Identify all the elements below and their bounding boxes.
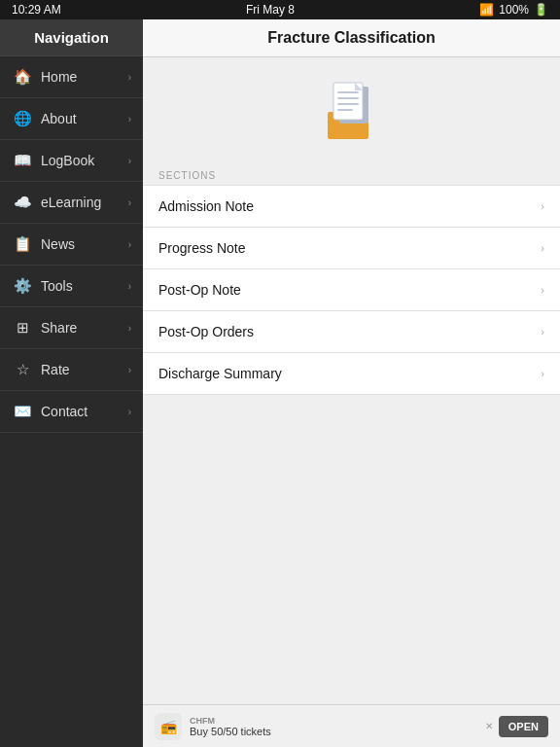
- nav-chevron-1: ›: [128, 114, 131, 124]
- nav-icon-1: 🌐: [12, 108, 33, 129]
- ad-banner: 📻 CHFM Buy 50/50 tickets ✕ OPEN: [143, 704, 560, 747]
- section-item-2[interactable]: Post-Op Note ›: [143, 269, 560, 311]
- app-container: Navigation 🏠 Home › 🌐 About › 📖 LogBook …: [0, 19, 560, 747]
- section-chevron-1: ›: [541, 242, 544, 254]
- nav-icon-8: ✉️: [12, 401, 33, 422]
- nav-chevron-3: ›: [128, 197, 131, 208]
- status-bar: 10:29 AM Fri May 8 📶 100% 🔋: [0, 0, 560, 19]
- nav-label-3: eLearning: [41, 195, 128, 210]
- sections-container: SECTIONS Admission Note › Progress Note …: [143, 164, 560, 704]
- sidebar-item-rate[interactable]: ☆ Rate ›: [0, 349, 143, 391]
- nav-chevron-0: ›: [128, 72, 131, 83]
- nav-chevron-5: ›: [128, 281, 131, 292]
- nav-label-7: Rate: [41, 362, 128, 377]
- document-icon: [318, 77, 386, 145]
- ad-title: CHFM: [190, 716, 485, 726]
- section-chevron-3: ›: [541, 326, 544, 338]
- sidebar-item-contact[interactable]: ✉️ Contact ›: [0, 391, 143, 433]
- status-time: 10:29 AM: [12, 3, 61, 17]
- section-label-4: Discharge Summary: [158, 366, 541, 381]
- nav-icon-5: ⚙️: [12, 275, 33, 297]
- nav-label-5: Tools: [41, 278, 128, 294]
- nav-icon-6: ⊞: [12, 317, 33, 338]
- nav-label-0: Home: [41, 69, 128, 85]
- sidebar-item-home[interactable]: 🏠 Home ›: [0, 56, 143, 98]
- status-right: 📶 100% 🔋: [479, 3, 548, 17]
- section-label-2: Post-Op Note: [158, 282, 541, 298]
- nav-label-1: About: [41, 111, 128, 126]
- sidebar-item-news[interactable]: 📋 News ›: [0, 224, 143, 266]
- sidebar-nav: 🏠 Home › 🌐 About › 📖 LogBook › ☁️ eLearn…: [0, 56, 143, 747]
- section-item-1[interactable]: Progress Note ›: [143, 228, 560, 269]
- ad-content: CHFM Buy 50/50 tickets: [190, 716, 485, 737]
- ad-open-button[interactable]: OPEN: [499, 716, 548, 737]
- status-date: Fri May 8: [246, 3, 295, 17]
- section-label-3: Post-Op Orders: [158, 324, 541, 339]
- sidebar-item-share[interactable]: ⊞ Share ›: [0, 307, 143, 349]
- sidebar-item-elearning[interactable]: ☁️ eLearning ›: [0, 182, 143, 224]
- section-item-4[interactable]: Discharge Summary ›: [143, 353, 560, 395]
- sidebar-item-about[interactable]: 🌐 About ›: [0, 98, 143, 140]
- section-item-3[interactable]: Post-Op Orders ›: [143, 311, 560, 353]
- nav-label-6: Share: [41, 320, 128, 336]
- section-chevron-2: ›: [541, 284, 544, 296]
- nav-label-4: News: [41, 236, 128, 252]
- section-chevron-4: ›: [541, 368, 544, 379]
- nav-icon-2: 📖: [12, 150, 33, 171]
- sidebar: Navigation 🏠 Home › 🌐 About › 📖 LogBook …: [0, 19, 143, 747]
- sidebar-item-tools[interactable]: ⚙️ Tools ›: [0, 266, 143, 307]
- nav-chevron-7: ›: [128, 365, 131, 375]
- battery-label: 100%: [499, 3, 529, 17]
- section-label-0: Admission Note: [158, 198, 541, 214]
- nav-chevron-8: ›: [128, 407, 131, 417]
- section-label-1: Progress Note: [158, 240, 541, 256]
- nav-chevron-6: ›: [128, 323, 131, 334]
- section-chevron-0: ›: [541, 200, 544, 212]
- section-item-0[interactable]: Admission Note ›: [143, 185, 560, 228]
- nav-icon-0: 🏠: [12, 66, 33, 88]
- sections-label: SECTIONS: [143, 164, 560, 185]
- nav-label-2: LogBook: [41, 153, 128, 168]
- ad-subtitle: Buy 50/50 tickets: [190, 726, 485, 737]
- battery-icon: 🔋: [534, 3, 548, 17]
- wifi-icon: 📶: [479, 3, 494, 17]
- nav-icon-3: ☁️: [12, 192, 33, 213]
- ad-close-icon[interactable]: ✕: [485, 721, 493, 731]
- sidebar-title: Navigation: [0, 19, 143, 56]
- main-content: Fracture Classification: [143, 19, 560, 747]
- main-title: Fracture Classification: [143, 19, 560, 57]
- ad-icon: 📻: [155, 713, 182, 740]
- nav-icon-7: ☆: [12, 359, 33, 380]
- sidebar-item-logbook[interactable]: 📖 LogBook ›: [0, 140, 143, 182]
- nav-label-8: Contact: [41, 404, 128, 419]
- nav-chevron-4: ›: [128, 239, 131, 250]
- nav-chevron-2: ›: [128, 156, 131, 166]
- nav-icon-4: 📋: [12, 233, 33, 255]
- icon-area: [143, 57, 560, 164]
